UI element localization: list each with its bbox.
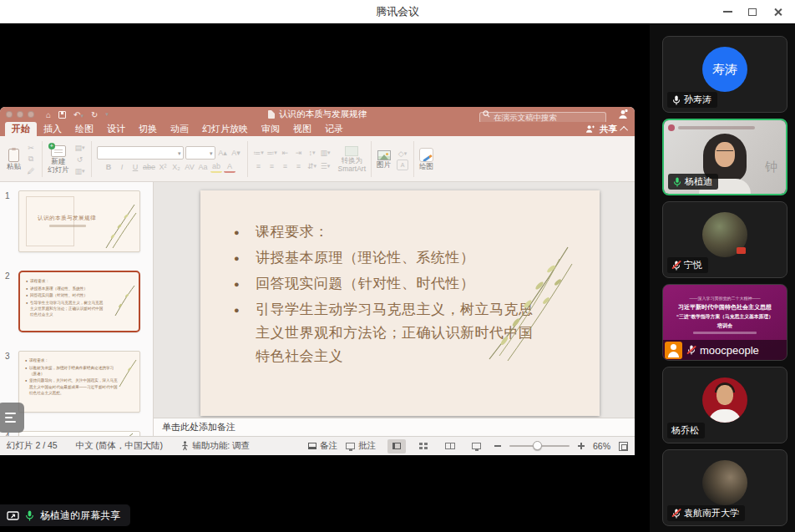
close-button[interactable] <box>765 0 790 23</box>
tab-transitions[interactable]: 切换 <box>132 122 164 136</box>
slide-thumbnail-4[interactable]: 认识的本质与发展规律 <box>18 431 140 436</box>
mac-minimize-button[interactable] <box>17 111 23 118</box>
zoom-out-button[interactable] <box>494 445 501 447</box>
underline-button[interactable]: U <box>129 162 141 173</box>
new-slide-button[interactable]: + 新建 幻灯片 <box>48 145 69 174</box>
smartart-button[interactable]: 转换为 SmartArt <box>338 146 367 173</box>
language-indicator[interactable]: 中文 (简体，中国大陆) <box>76 440 163 452</box>
account-icon[interactable] <box>618 109 628 119</box>
picture-icon <box>377 150 391 160</box>
increase-font-button[interactable]: A▴ <box>217 147 229 158</box>
section-button[interactable]: ▥▾ <box>74 165 86 176</box>
participant-tile-5[interactable]: 杨乔松 <box>662 367 787 443</box>
zoom-in-button[interactable] <box>578 443 585 449</box>
slide-counter: 幻灯片 2 / 45 <box>7 440 58 452</box>
bullet-list-button[interactable]: ≔▾ <box>253 147 265 158</box>
slide-sorter-button[interactable] <box>414 439 433 453</box>
slide-thumbnail-3[interactable]: ●课程要求： ●以教材为依据，加强对于经典作家经典论述的学习（原著） ●坚持问题… <box>18 351 140 413</box>
notes-toggle-button[interactable]: 备注 <box>308 440 337 452</box>
tab-design[interactable]: 设计 <box>100 122 132 136</box>
accessibility-status[interactable]: 辅助功能: 调查 <box>181 440 250 452</box>
mac-close-button[interactable] <box>6 111 13 118</box>
avatar <box>702 212 747 257</box>
tab-slideshow[interactable]: 幻灯片放映 <box>195 122 255 136</box>
align-right-button[interactable]: ≡ <box>280 160 291 171</box>
redo-icon[interactable]: ↻ <box>91 110 98 119</box>
align-center-button[interactable]: ≡ <box>266 160 278 171</box>
strikethrough-button[interactable]: abe <box>143 162 155 173</box>
share-button[interactable]: 共享 <box>600 124 617 135</box>
participant-tile-3[interactable]: 宁悦 <box>662 201 787 278</box>
notes-pane[interactable]: 单击此处添加备注 <box>154 418 635 436</box>
home-icon[interactable]: ⌂ <box>46 110 51 119</box>
slideshow-button[interactable] <box>468 439 486 453</box>
name-tag: 袁航南开大学 <box>667 505 745 521</box>
text-box-button[interactable]: A <box>397 160 408 170</box>
font-size-combobox[interactable]: ▾ <box>185 146 215 160</box>
zoom-slider[interactable] <box>509 445 570 447</box>
tab-animations[interactable]: 动画 <box>164 122 195 136</box>
picture-button[interactable]: 图片 <box>377 150 391 169</box>
justify-button[interactable]: ≡ <box>293 160 305 171</box>
toolbar-options-icon[interactable]: ▾ <box>105 111 109 118</box>
slide-canvas[interactable]: ●课程要求： ●讲授基本原理（理论性、系统性） ●回答现实问题（针对性、时代性）… <box>200 190 600 416</box>
font-name-combobox[interactable]: ▾ <box>97 146 184 160</box>
tab-insert[interactable]: 插入 <box>37 122 68 136</box>
new-slide-icon: + <box>51 145 66 157</box>
highlight-button[interactable]: ab <box>210 162 222 173</box>
tab-view[interactable]: 视图 <box>286 122 318 136</box>
columns-button[interactable]: ▥▾ <box>320 147 332 158</box>
slide-date-line <box>693 332 757 334</box>
shapes-button[interactable]: ◇▾ <box>397 148 408 159</box>
draw-pen-icon <box>419 148 433 162</box>
normal-view-button[interactable] <box>387 439 406 453</box>
collapse-ribbon-icon[interactable] <box>620 126 628 134</box>
layout-button[interactable]: ▤▾ <box>74 142 86 153</box>
floating-list-button[interactable] <box>0 403 24 433</box>
plant-decoration <box>117 358 139 388</box>
participant-tile-1[interactable]: 寿涛 孙寿涛 <box>662 36 787 113</box>
copy-button[interactable]: ⧉ <box>25 154 37 165</box>
minimize-button[interactable] <box>715 0 740 23</box>
draw-button[interactable]: 绘图 <box>419 148 433 170</box>
numbered-list-button[interactable]: ≕▾ <box>266 147 278 158</box>
tab-home[interactable]: 开始 <box>5 122 37 136</box>
participant-tile-2-active-speaker[interactable]: 钟 杨植迪 <box>662 119 787 195</box>
cut-button[interactable]: ✂ <box>25 142 37 153</box>
decrease-font-button[interactable]: A▾ <box>230 147 242 158</box>
participant-tile-4[interactable]: ——深入学习贯彻党的二十大精神—— 习近平新时代中国特色社会主义思想 “三进”教… <box>662 284 787 361</box>
align-text-button[interactable]: ☰▾ <box>320 160 332 171</box>
avatar: 寿涛 <box>702 47 747 92</box>
zoom-percentage[interactable]: 66% <box>593 441 610 451</box>
bold-button[interactable]: B <box>103 162 114 173</box>
change-case-button[interactable]: Aa <box>197 162 209 173</box>
tab-review[interactable]: 审阅 <box>255 122 286 136</box>
line-spacing-button[interactable]: ↕▾ <box>306 147 318 158</box>
decrease-indent-button[interactable]: ⇤ <box>280 147 291 158</box>
align-left-button[interactable]: ≡ <box>253 160 265 171</box>
mac-zoom-button[interactable] <box>28 111 34 118</box>
tab-draw[interactable]: 绘图 <box>68 122 100 136</box>
tab-record[interactable]: 记录 <box>318 122 350 136</box>
slide-thumbnail-1[interactable]: 认识的本质与发展规律 <box>18 190 140 252</box>
fit-to-window-button[interactable] <box>619 442 628 451</box>
maximize-button[interactable] <box>740 0 765 23</box>
slide-thumbnail-2-selected[interactable]: ●课程要求： ●讲授基本原理（理论性、系统性） ●回答现实问题（针对性、时代性）… <box>18 271 140 332</box>
text-direction-button[interactable]: ⇵▾ <box>306 160 318 171</box>
superscript-button[interactable]: X² <box>157 162 169 173</box>
reset-button[interactable]: ↺ <box>74 154 86 165</box>
paste-button[interactable]: 粘贴 <box>7 149 21 170</box>
comments-toggle-button[interactable]: 批注 <box>346 440 376 452</box>
participant-tile-6[interactable]: 袁航南开大学 <box>662 449 787 526</box>
maximize-icon <box>748 8 757 16</box>
reading-view-button[interactable] <box>441 439 459 453</box>
italic-button[interactable]: I <box>116 162 128 173</box>
increase-indent-button[interactable]: ⇥ <box>293 147 305 158</box>
subscript-button[interactable]: X₂ <box>170 162 182 173</box>
format-painter-button[interactable]: 🖉 <box>25 165 37 176</box>
undo-icon[interactable]: ↶▾ <box>73 110 84 119</box>
font-color-button[interactable]: A <box>224 162 235 173</box>
zoom-slider-thumb[interactable] <box>533 441 542 450</box>
character-spacing-button[interactable]: AV <box>184 162 195 173</box>
save-icon[interactable] <box>58 111 66 119</box>
